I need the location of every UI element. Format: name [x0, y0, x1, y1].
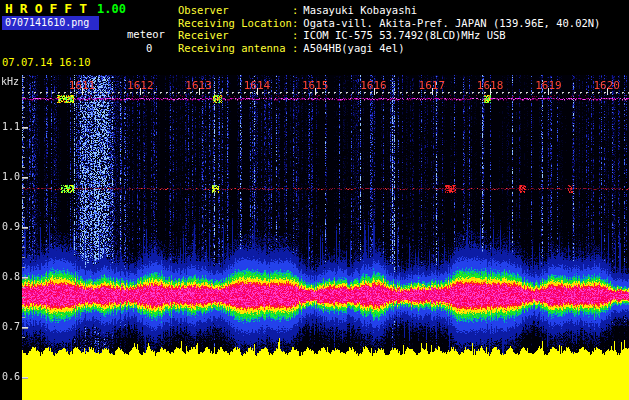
info-value: Masayuki Kobayashi	[303, 4, 417, 16]
info-label: Observer	[178, 4, 292, 17]
freq-tick-label: 1.0	[2, 171, 20, 182]
meteor-count: 0	[146, 42, 152, 54]
info-label: Receiver	[178, 29, 292, 42]
info-row: Receiving Location:Ogata-vill. Akita-Pre…	[178, 17, 600, 30]
timestamp: 07.07.14 16:10	[2, 56, 91, 68]
hrofft-app: HROFFT 1.00 0707141610.png meteor 0 07.0…	[0, 0, 629, 400]
info-value: ICOM IC-575 53.7492(8LCD)MHz USB	[303, 29, 505, 41]
meteor-mode-label: meteor	[127, 28, 165, 40]
freq-tick-label: 0.8	[2, 271, 20, 282]
info-separator: :	[292, 29, 298, 41]
info-panel: Observer:Masayuki KobayashiReceiving Loc…	[178, 4, 600, 54]
app-version: 1.00	[97, 2, 126, 16]
info-separator: :	[292, 17, 298, 29]
info-separator: :	[292, 4, 298, 16]
info-label: Receiving Location	[178, 17, 292, 30]
info-value: A504HB(yagi 4el)	[303, 42, 404, 54]
spectrogram-canvas	[22, 75, 629, 400]
filename-text: 0707141610.png	[5, 17, 89, 28]
freq-tick-label: 1.1	[2, 121, 20, 132]
freq-tick-label: 0.7	[2, 321, 20, 332]
info-value: Ogata-vill. Akita-Pref. JAPAN (139.96E, …	[303, 17, 600, 29]
info-label: Receiving antenna	[178, 42, 292, 55]
filename-badge: 0707141610.png	[2, 16, 99, 30]
freq-axis-unit: kHz	[1, 76, 19, 87]
info-separator: :	[292, 42, 298, 54]
spectrogram-area: kHz 1.11.00.90.80.70.6 16111612161316141…	[0, 75, 629, 400]
freq-tick-label: 0.9	[2, 221, 20, 232]
info-row: Receiving antenna:A504HB(yagi 4el)	[178, 42, 600, 55]
info-row: Observer:Masayuki Kobayashi	[178, 4, 600, 17]
app-title: HROFFT	[5, 1, 94, 16]
info-row: Receiver:ICOM IC-575 53.7492(8LCD)MHz US…	[178, 29, 600, 42]
freq-tick-label: 0.6	[2, 371, 20, 382]
